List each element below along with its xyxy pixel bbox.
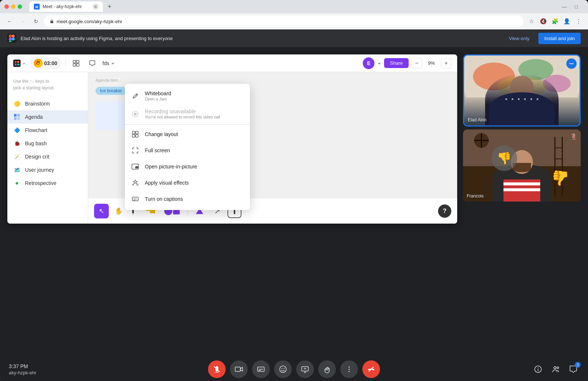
menu-item-captions[interactable]: Turn on captions	[125, 191, 250, 207]
svg-text:M: M	[35, 5, 38, 9]
present-button[interactable]	[296, 360, 314, 378]
mute-button[interactable]	[208, 360, 226, 378]
video-tile-elad: Elad Alon	[463, 54, 581, 127]
meeting-id: aky-hzpk-ehr	[9, 370, 68, 375]
sidebar-item-userjourney[interactable]: 🗺️ User journey	[7, 163, 88, 177]
hand-icon	[323, 365, 331, 373]
svg-rect-30	[136, 135, 138, 137]
browser-content: Elad Alon is hosting an activity using F…	[0, 29, 588, 381]
participant-name-elad: Elad Alon	[468, 117, 487, 122]
timer-face-icon: ⏱	[34, 59, 43, 68]
whiteboard-label: Whiteboard	[145, 90, 171, 96]
chat-button[interactable]	[86, 57, 98, 69]
topic-pill-icebreaker: Ice breaker	[96, 87, 126, 95]
camera-icon	[235, 365, 243, 373]
svg-marker-21	[132, 213, 134, 216]
sidebar-item-designcrit[interactable]: 🪄 Design crit	[7, 150, 88, 163]
chat-panel-button[interactable]: 3	[567, 363, 579, 375]
svg-rect-13	[76, 60, 79, 63]
menu-item-layout[interactable]: Change layout	[125, 126, 250, 142]
participant-name-francois: Francois	[467, 193, 484, 199]
window-min-btn[interactable]: —	[559, 3, 570, 11]
zoom-in-button[interactable]: +	[441, 58, 451, 68]
info-button[interactable]	[532, 363, 544, 375]
menu-item-whiteboard[interactable]: Whiteboard Open a Jam	[125, 87, 250, 105]
sidebar-item-agenda[interactable]: Agenda	[7, 110, 88, 124]
raise-hand-button[interactable]	[318, 360, 336, 378]
share-button[interactable]: Share	[384, 58, 409, 68]
svg-point-7	[12, 38, 15, 40]
menu-divider-1	[125, 124, 250, 125]
window-max-btn[interactable]: □	[572, 3, 581, 11]
profile-icon[interactable]: 👤	[562, 16, 572, 26]
pip-menu-icon	[131, 162, 140, 171]
menu-icon[interactable]: ⋮	[573, 16, 584, 26]
fullscreen-menu-icon	[131, 146, 140, 155]
toolbar-icons: ☆ 🔇 🧩 👤 ⋮	[526, 16, 584, 26]
more-options-button[interactable]	[340, 360, 358, 378]
svg-rect-28	[136, 131, 138, 134]
menu-item-pip[interactable]: Open picture-in-picture	[125, 159, 250, 175]
bookmark-icon[interactable]: ☆	[526, 16, 537, 26]
video-tile-francois: 👍 👎 Francois	[463, 129, 581, 202]
address-bar[interactable]: meet.google.com/aky-hzpk-ehr	[44, 15, 523, 27]
captions-svg	[132, 195, 139, 203]
refresh-button[interactable]: ↻	[31, 16, 41, 26]
mute-tab-icon[interactable]: 🔇	[538, 16, 548, 26]
url-text: meet.google.com/aky-hzpk-ehr	[57, 19, 122, 24]
timer-area: ⏱ 03:00	[30, 57, 61, 69]
new-tab-button[interactable]: +	[104, 1, 115, 12]
camera-button[interactable]	[230, 360, 248, 378]
help-button[interactable]: ?	[438, 204, 451, 218]
emoji-button[interactable]	[274, 360, 292, 378]
sidebar-item-flowchart[interactable]: 🔷 Flowchart	[7, 124, 88, 137]
svg-rect-12	[73, 60, 76, 63]
user-avatar[interactable]: E	[363, 57, 374, 69]
svg-point-43	[570, 63, 571, 64]
file-name-button[interactable]: fds	[103, 60, 115, 66]
thumbsdown-overlay: 👎	[491, 145, 517, 171]
sidebar-item-bugbash[interactable]: 🐞 Bug bash	[7, 137, 88, 150]
hand-icon: ✋	[115, 207, 123, 215]
vertical-dots-icon	[345, 365, 353, 373]
extensions-icon[interactable]: 🧩	[550, 16, 560, 26]
figma-logo-svg	[9, 35, 15, 42]
tab-close-button[interactable]: ✕	[93, 4, 98, 10]
sidebar-item-brainstorm[interactable]: 🟡 Brainstorm	[7, 97, 88, 110]
minimize-button[interactable]	[11, 4, 15, 9]
back-button[interactable]: ←	[4, 16, 15, 26]
end-call-button[interactable]	[362, 360, 380, 378]
menu-item-effects[interactable]: Apply visual effects	[125, 175, 250, 191]
sidebar-item-retro[interactable]: ● Retrospective	[7, 177, 88, 190]
participants-button[interactable]	[550, 363, 562, 375]
svg-rect-29	[132, 135, 135, 137]
forward-button[interactable]: →	[18, 16, 28, 26]
select-tool-button[interactable]: ↖	[94, 204, 109, 218]
agenda-grid-icon	[14, 114, 20, 120]
zoom-level-display: 9%	[424, 60, 439, 66]
fullscreen-button[interactable]	[18, 4, 22, 9]
zoom-out-button[interactable]: −	[412, 58, 422, 68]
svg-rect-18	[14, 117, 17, 120]
tab-bar: M Meet - aky-hzpk-ehr ✕ +	[29, 1, 556, 12]
info-icon	[534, 365, 542, 373]
fullscreen-svg	[132, 147, 139, 154]
agenda-icon	[13, 113, 21, 121]
tab-favicon: M	[34, 4, 40, 10]
file-name-text: fds	[103, 60, 110, 66]
svg-point-63	[282, 368, 282, 369]
hand-tool-hint: ✋	[115, 207, 123, 215]
install-join-button[interactable]: Install and join	[538, 33, 581, 44]
captions-button[interactable]	[252, 360, 270, 378]
context-menu: Whiteboard Open a Jam	[125, 84, 250, 210]
view-only-button[interactable]: View-only	[505, 33, 534, 43]
video-options-button-elad[interactable]	[566, 58, 577, 69]
layout-label: Change layout	[145, 131, 178, 137]
close-button[interactable]	[4, 4, 9, 9]
svg-point-66	[349, 367, 350, 368]
active-tab[interactable]: M Meet - aky-hzpk-ehr ✕	[29, 1, 103, 12]
figma-logo-button[interactable]	[13, 60, 26, 67]
menu-item-fullscreen[interactable]: Full screen	[125, 142, 250, 159]
svg-rect-17	[17, 114, 20, 117]
view-mode-button[interactable]	[70, 57, 82, 69]
